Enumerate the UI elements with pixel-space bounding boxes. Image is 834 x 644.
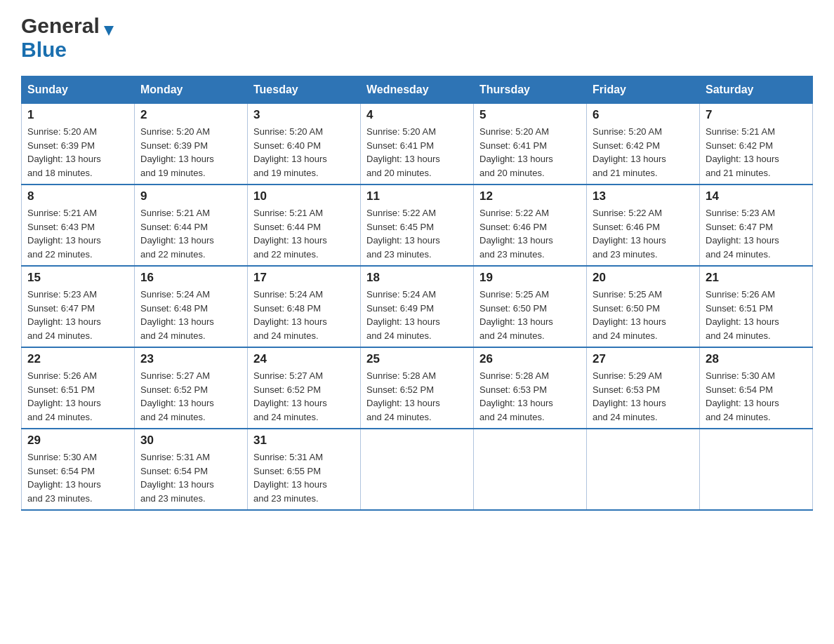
- day-info: Sunrise: 5:23 AMSunset: 6:47 PMDaylight:…: [706, 206, 807, 261]
- logo-blue-text: Blue: [21, 38, 67, 62]
- calendar-week-row: 15 Sunrise: 5:23 AMSunset: 6:47 PMDaylig…: [22, 266, 813, 347]
- calendar-week-row: 22 Sunrise: 5:26 AMSunset: 6:51 PMDaylig…: [22, 347, 813, 429]
- calendar-cell: 9 Sunrise: 5:21 AMSunset: 6:44 PMDayligh…: [135, 185, 248, 266]
- calendar-week-row: 8 Sunrise: 5:21 AMSunset: 6:43 PMDayligh…: [22, 185, 813, 266]
- calendar-header-row: SundayMondayTuesdayWednesdayThursdayFrid…: [22, 76, 813, 104]
- day-info: Sunrise: 5:20 AMSunset: 6:40 PMDaylight:…: [253, 125, 355, 180]
- calendar-cell: 7 Sunrise: 5:21 AMSunset: 6:42 PMDayligh…: [700, 104, 813, 185]
- day-number: 20: [593, 271, 694, 285]
- day-info: Sunrise: 5:28 AMSunset: 6:52 PMDaylight:…: [366, 369, 468, 424]
- calendar-cell: 30 Sunrise: 5:31 AMSunset: 6:54 PMDaylig…: [135, 429, 248, 510]
- page-header: General Blue: [21, 14, 813, 62]
- day-info: Sunrise: 5:20 AMSunset: 6:41 PMDaylight:…: [366, 125, 468, 180]
- day-info: Sunrise: 5:21 AMSunset: 6:43 PMDaylight:…: [27, 206, 128, 261]
- weekday-header-sunday: Sunday: [22, 76, 135, 104]
- weekday-header-monday: Monday: [135, 76, 248, 104]
- calendar-cell: 23 Sunrise: 5:27 AMSunset: 6:52 PMDaylig…: [135, 347, 248, 429]
- day-info: Sunrise: 5:29 AMSunset: 6:53 PMDaylight:…: [593, 369, 694, 424]
- day-number: 28: [706, 352, 807, 366]
- day-info: Sunrise: 5:30 AMSunset: 6:54 PMDaylight:…: [706, 369, 807, 424]
- day-info: Sunrise: 5:22 AMSunset: 6:46 PMDaylight:…: [593, 206, 694, 261]
- calendar-cell: 11 Sunrise: 5:22 AMSunset: 6:45 PMDaylig…: [361, 185, 474, 266]
- calendar-cell: 21 Sunrise: 5:26 AMSunset: 6:51 PMDaylig…: [700, 266, 813, 347]
- calendar-cell: 17 Sunrise: 5:24 AMSunset: 6:48 PMDaylig…: [248, 266, 361, 347]
- day-info: Sunrise: 5:23 AMSunset: 6:47 PMDaylight:…: [27, 288, 128, 342]
- calendar-cell: 28 Sunrise: 5:30 AMSunset: 6:54 PMDaylig…: [700, 347, 813, 429]
- calendar-cell: 24 Sunrise: 5:27 AMSunset: 6:52 PMDaylig…: [248, 347, 361, 429]
- day-info: Sunrise: 5:21 AMSunset: 6:44 PMDaylight:…: [253, 206, 355, 261]
- day-info: Sunrise: 5:25 AMSunset: 6:50 PMDaylight:…: [593, 288, 694, 342]
- day-info: Sunrise: 5:31 AMSunset: 6:55 PMDaylight:…: [253, 450, 355, 505]
- calendar-cell: [587, 429, 700, 510]
- day-info: Sunrise: 5:26 AMSunset: 6:51 PMDaylight:…: [27, 369, 128, 424]
- day-number: 21: [706, 271, 807, 285]
- day-info: Sunrise: 5:30 AMSunset: 6:54 PMDaylight:…: [27, 450, 128, 505]
- calendar-week-row: 29 Sunrise: 5:30 AMSunset: 6:54 PMDaylig…: [22, 429, 813, 510]
- calendar-cell: [474, 429, 587, 510]
- day-info: Sunrise: 5:22 AMSunset: 6:46 PMDaylight:…: [479, 206, 581, 261]
- day-number: 13: [593, 189, 694, 203]
- calendar-cell: 3 Sunrise: 5:20 AMSunset: 6:40 PMDayligh…: [248, 104, 361, 185]
- day-number: 24: [253, 352, 355, 366]
- day-number: 23: [140, 352, 241, 366]
- day-info: Sunrise: 5:20 AMSunset: 6:39 PMDaylight:…: [140, 125, 241, 180]
- day-number: 26: [479, 352, 581, 366]
- calendar-cell: 15 Sunrise: 5:23 AMSunset: 6:47 PMDaylig…: [22, 266, 135, 347]
- calendar-week-row: 1 Sunrise: 5:20 AMSunset: 6:39 PMDayligh…: [22, 104, 813, 185]
- weekday-header-friday: Friday: [587, 76, 700, 104]
- calendar-cell: 2 Sunrise: 5:20 AMSunset: 6:39 PMDayligh…: [135, 104, 248, 185]
- calendar-cell: 14 Sunrise: 5:23 AMSunset: 6:47 PMDaylig…: [700, 185, 813, 266]
- day-number: 19: [479, 271, 581, 285]
- day-number: 27: [593, 352, 694, 366]
- svg-marker-0: [104, 26, 114, 36]
- day-info: Sunrise: 5:24 AMSunset: 6:48 PMDaylight:…: [253, 288, 355, 342]
- day-number: 7: [706, 108, 807, 122]
- calendar-cell: 19 Sunrise: 5:25 AMSunset: 6:50 PMDaylig…: [474, 266, 587, 347]
- day-number: 11: [366, 189, 468, 203]
- calendar-cell: 18 Sunrise: 5:24 AMSunset: 6:49 PMDaylig…: [361, 266, 474, 347]
- day-number: 8: [27, 189, 128, 203]
- calendar-cell: 25 Sunrise: 5:28 AMSunset: 6:52 PMDaylig…: [361, 347, 474, 429]
- day-info: Sunrise: 5:25 AMSunset: 6:50 PMDaylight:…: [479, 288, 581, 342]
- calendar-cell: 1 Sunrise: 5:20 AMSunset: 6:39 PMDayligh…: [22, 104, 135, 185]
- calendar-cell: 20 Sunrise: 5:25 AMSunset: 6:50 PMDaylig…: [587, 266, 700, 347]
- day-number: 9: [140, 189, 241, 203]
- day-number: 2: [140, 108, 241, 122]
- day-number: 6: [593, 108, 694, 122]
- day-info: Sunrise: 5:31 AMSunset: 6:54 PMDaylight:…: [140, 450, 241, 505]
- day-info: Sunrise: 5:28 AMSunset: 6:53 PMDaylight:…: [479, 369, 581, 424]
- day-number: 15: [27, 271, 128, 285]
- calendar-cell: [700, 429, 813, 510]
- day-info: Sunrise: 5:27 AMSunset: 6:52 PMDaylight:…: [140, 369, 241, 424]
- weekday-header-saturday: Saturday: [700, 76, 813, 104]
- calendar-cell: [361, 429, 474, 510]
- day-number: 1: [27, 108, 128, 122]
- calendar-cell: 13 Sunrise: 5:22 AMSunset: 6:46 PMDaylig…: [587, 185, 700, 266]
- calendar-cell: 10 Sunrise: 5:21 AMSunset: 6:44 PMDaylig…: [248, 185, 361, 266]
- day-info: Sunrise: 5:20 AMSunset: 6:41 PMDaylight:…: [479, 125, 581, 180]
- day-number: 16: [140, 271, 241, 285]
- day-info: Sunrise: 5:20 AMSunset: 6:39 PMDaylight:…: [27, 125, 128, 180]
- day-info: Sunrise: 5:21 AMSunset: 6:42 PMDaylight:…: [706, 125, 807, 180]
- calendar-cell: 4 Sunrise: 5:20 AMSunset: 6:41 PMDayligh…: [361, 104, 474, 185]
- calendar-cell: 29 Sunrise: 5:30 AMSunset: 6:54 PMDaylig…: [22, 429, 135, 510]
- day-number: 30: [140, 434, 241, 448]
- calendar-cell: 5 Sunrise: 5:20 AMSunset: 6:41 PMDayligh…: [474, 104, 587, 185]
- day-number: 5: [479, 108, 581, 122]
- weekday-header-wednesday: Wednesday: [361, 76, 474, 104]
- calendar-cell: 22 Sunrise: 5:26 AMSunset: 6:51 PMDaylig…: [22, 347, 135, 429]
- day-number: 4: [366, 108, 468, 122]
- day-number: 17: [253, 271, 355, 285]
- day-number: 12: [479, 189, 581, 203]
- day-info: Sunrise: 5:24 AMSunset: 6:48 PMDaylight:…: [140, 288, 241, 342]
- day-info: Sunrise: 5:22 AMSunset: 6:45 PMDaylight:…: [366, 206, 468, 261]
- day-number: 29: [27, 434, 128, 448]
- calendar-cell: 26 Sunrise: 5:28 AMSunset: 6:53 PMDaylig…: [474, 347, 587, 429]
- weekday-header-thursday: Thursday: [474, 76, 587, 104]
- day-info: Sunrise: 5:26 AMSunset: 6:51 PMDaylight:…: [706, 288, 807, 342]
- calendar-cell: 16 Sunrise: 5:24 AMSunset: 6:48 PMDaylig…: [135, 266, 248, 347]
- day-number: 14: [706, 189, 807, 203]
- calendar-cell: 8 Sunrise: 5:21 AMSunset: 6:43 PMDayligh…: [22, 185, 135, 266]
- day-number: 18: [366, 271, 468, 285]
- calendar-cell: 6 Sunrise: 5:20 AMSunset: 6:42 PMDayligh…: [587, 104, 700, 185]
